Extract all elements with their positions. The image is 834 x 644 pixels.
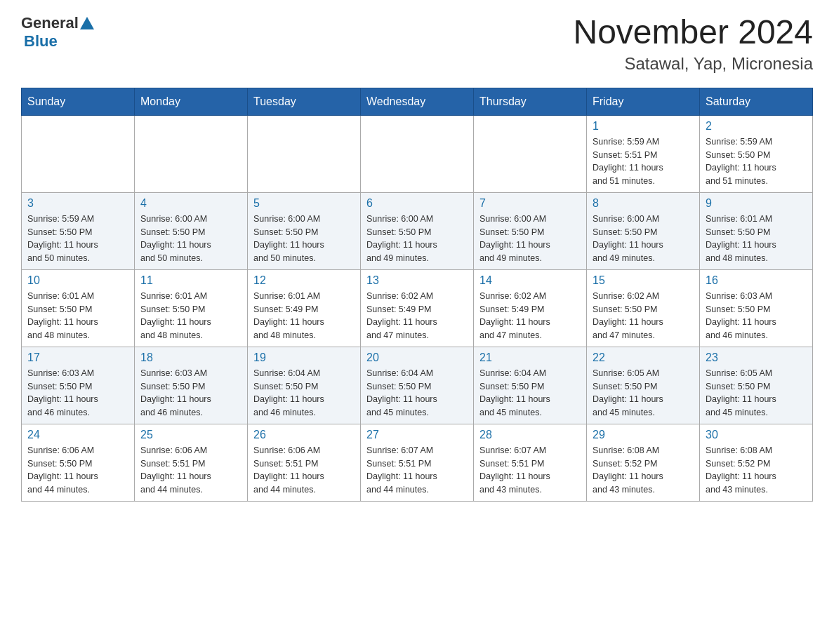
day-info: Sunrise: 6:06 AM Sunset: 5:51 PM Dayligh… — [253, 444, 355, 497]
calendar-cell: 9Sunrise: 6:01 AM Sunset: 5:50 PM Daylig… — [700, 192, 813, 269]
day-number: 14 — [479, 274, 581, 287]
day-info: Sunrise: 6:01 AM Sunset: 5:50 PM Dayligh… — [706, 213, 807, 265]
calendar-header-friday: Friday — [587, 88, 700, 115]
day-number: 27 — [366, 429, 468, 441]
title-block: November 2024 Satawal, Yap, Micronesia — [573, 14, 813, 74]
calendar-cell: 10Sunrise: 6:01 AM Sunset: 5:50 PM Dayli… — [22, 269, 135, 347]
calendar-cell: 1Sunrise: 5:59 AM Sunset: 5:51 PM Daylig… — [587, 115, 700, 192]
day-number: 18 — [140, 351, 241, 364]
calendar-cell — [22, 115, 135, 192]
calendar-header-sunday: Sunday — [22, 88, 135, 115]
logo-triangle-icon — [80, 17, 94, 29]
day-number: 26 — [253, 429, 355, 441]
calendar-header-saturday: Saturday — [700, 88, 813, 115]
day-info: Sunrise: 5:59 AM Sunset: 5:50 PM Dayligh… — [27, 213, 128, 265]
day-info: Sunrise: 6:02 AM Sunset: 5:49 PM Dayligh… — [366, 290, 468, 342]
calendar-cell: 25Sunrise: 6:06 AM Sunset: 5:51 PM Dayli… — [135, 424, 248, 501]
location-title: Satawal, Yap, Micronesia — [573, 54, 813, 74]
calendar-cell: 4Sunrise: 6:00 AM Sunset: 5:50 PM Daylig… — [135, 192, 248, 269]
calendar-cell: 19Sunrise: 6:04 AM Sunset: 5:50 PM Dayli… — [248, 347, 361, 424]
calendar-cell: 13Sunrise: 6:02 AM Sunset: 5:49 PM Dayli… — [361, 269, 474, 347]
day-info: Sunrise: 6:07 AM Sunset: 5:51 PM Dayligh… — [479, 444, 581, 497]
logo: General Blue — [21, 14, 95, 51]
day-info: Sunrise: 6:06 AM Sunset: 5:50 PM Dayligh… — [27, 444, 128, 497]
day-number: 10 — [27, 274, 128, 287]
day-number: 16 — [706, 274, 807, 287]
day-info: Sunrise: 6:08 AM Sunset: 5:52 PM Dayligh… — [593, 444, 694, 497]
calendar-cell — [361, 115, 474, 192]
day-info: Sunrise: 6:03 AM Sunset: 5:50 PM Dayligh… — [706, 290, 807, 342]
day-info: Sunrise: 6:01 AM Sunset: 5:49 PM Dayligh… — [253, 290, 355, 342]
calendar-cell — [474, 115, 587, 192]
day-info: Sunrise: 5:59 AM Sunset: 5:50 PM Dayligh… — [706, 135, 807, 188]
day-info: Sunrise: 5:59 AM Sunset: 5:51 PM Dayligh… — [593, 135, 694, 188]
calendar-header-row: SundayMondayTuesdayWednesdayThursdayFrid… — [22, 88, 813, 115]
day-info: Sunrise: 6:04 AM Sunset: 5:50 PM Dayligh… — [253, 367, 355, 420]
day-number: 2 — [706, 120, 807, 133]
calendar-header-thursday: Thursday — [474, 88, 587, 115]
day-info: Sunrise: 6:04 AM Sunset: 5:50 PM Dayligh… — [366, 367, 468, 420]
calendar-cell: 7Sunrise: 6:00 AM Sunset: 5:50 PM Daylig… — [474, 192, 587, 269]
calendar-cell: 27Sunrise: 6:07 AM Sunset: 5:51 PM Dayli… — [361, 424, 474, 501]
page-header: General Blue November 2024 Satawal, Yap,… — [21, 14, 813, 74]
day-info: Sunrise: 6:07 AM Sunset: 5:51 PM Dayligh… — [366, 444, 468, 497]
calendar-cell: 21Sunrise: 6:04 AM Sunset: 5:50 PM Dayli… — [474, 347, 587, 424]
day-number: 22 — [593, 351, 694, 364]
calendar-week-row-2: 3Sunrise: 5:59 AM Sunset: 5:50 PM Daylig… — [22, 192, 813, 269]
day-number: 7 — [479, 197, 581, 210]
calendar-week-row-3: 10Sunrise: 6:01 AM Sunset: 5:50 PM Dayli… — [22, 269, 813, 347]
calendar-cell: 28Sunrise: 6:07 AM Sunset: 5:51 PM Dayli… — [474, 424, 587, 501]
calendar-cell: 20Sunrise: 6:04 AM Sunset: 5:50 PM Dayli… — [361, 347, 474, 424]
calendar-cell: 8Sunrise: 6:00 AM Sunset: 5:50 PM Daylig… — [587, 192, 700, 269]
day-info: Sunrise: 6:08 AM Sunset: 5:52 PM Dayligh… — [706, 444, 807, 497]
logo-blue-text: Blue — [24, 32, 58, 50]
calendar-cell: 24Sunrise: 6:06 AM Sunset: 5:50 PM Dayli… — [22, 424, 135, 501]
calendar-cell: 23Sunrise: 6:05 AM Sunset: 5:50 PM Dayli… — [700, 347, 813, 424]
calendar-cell — [135, 115, 248, 192]
day-info: Sunrise: 6:00 AM Sunset: 5:50 PM Dayligh… — [593, 213, 694, 265]
day-number: 20 — [366, 351, 468, 364]
day-info: Sunrise: 6:00 AM Sunset: 5:50 PM Dayligh… — [140, 213, 241, 265]
day-number: 17 — [27, 351, 128, 364]
day-info: Sunrise: 6:01 AM Sunset: 5:50 PM Dayligh… — [27, 290, 128, 342]
day-info: Sunrise: 6:02 AM Sunset: 5:50 PM Dayligh… — [593, 290, 694, 342]
day-number: 13 — [366, 274, 468, 287]
calendar-cell: 14Sunrise: 6:02 AM Sunset: 5:49 PM Dayli… — [474, 269, 587, 347]
day-info: Sunrise: 6:00 AM Sunset: 5:50 PM Dayligh… — [253, 213, 355, 265]
calendar-header-wednesday: Wednesday — [361, 88, 474, 115]
day-number: 24 — [27, 429, 128, 441]
day-number: 6 — [366, 197, 468, 210]
day-info: Sunrise: 6:00 AM Sunset: 5:50 PM Dayligh… — [479, 213, 581, 265]
calendar-cell: 29Sunrise: 6:08 AM Sunset: 5:52 PM Dayli… — [587, 424, 700, 501]
day-number: 23 — [706, 351, 807, 364]
day-info: Sunrise: 6:00 AM Sunset: 5:50 PM Dayligh… — [366, 213, 468, 265]
calendar-cell — [248, 115, 361, 192]
month-title: November 2024 — [573, 14, 813, 51]
calendar-cell: 15Sunrise: 6:02 AM Sunset: 5:50 PM Dayli… — [587, 269, 700, 347]
day-info: Sunrise: 6:06 AM Sunset: 5:51 PM Dayligh… — [140, 444, 241, 497]
calendar-cell: 18Sunrise: 6:03 AM Sunset: 5:50 PM Dayli… — [135, 347, 248, 424]
day-info: Sunrise: 6:02 AM Sunset: 5:49 PM Dayligh… — [479, 290, 581, 342]
calendar-week-row-1: 1Sunrise: 5:59 AM Sunset: 5:51 PM Daylig… — [22, 115, 813, 192]
day-number: 4 — [140, 197, 241, 210]
calendar-header-monday: Monday — [135, 88, 248, 115]
day-info: Sunrise: 6:01 AM Sunset: 5:50 PM Dayligh… — [140, 290, 241, 342]
calendar-week-row-4: 17Sunrise: 6:03 AM Sunset: 5:50 PM Dayli… — [22, 347, 813, 424]
calendar-cell: 12Sunrise: 6:01 AM Sunset: 5:49 PM Dayli… — [248, 269, 361, 347]
day-number: 3 — [27, 197, 128, 210]
day-number: 9 — [706, 197, 807, 210]
day-number: 11 — [140, 274, 241, 287]
calendar-cell: 22Sunrise: 6:05 AM Sunset: 5:50 PM Dayli… — [587, 347, 700, 424]
day-info: Sunrise: 6:03 AM Sunset: 5:50 PM Dayligh… — [140, 367, 241, 420]
day-number: 29 — [593, 429, 694, 441]
calendar-cell: 16Sunrise: 6:03 AM Sunset: 5:50 PM Dayli… — [700, 269, 813, 347]
day-number: 1 — [593, 120, 694, 133]
calendar-cell: 5Sunrise: 6:00 AM Sunset: 5:50 PM Daylig… — [248, 192, 361, 269]
day-info: Sunrise: 6:05 AM Sunset: 5:50 PM Dayligh… — [593, 367, 694, 420]
day-number: 12 — [253, 274, 355, 287]
day-number: 21 — [479, 351, 581, 364]
calendar-header-tuesday: Tuesday — [248, 88, 361, 115]
logo-general-text: General — [21, 14, 79, 32]
day-number: 28 — [479, 429, 581, 441]
day-number: 8 — [593, 197, 694, 210]
